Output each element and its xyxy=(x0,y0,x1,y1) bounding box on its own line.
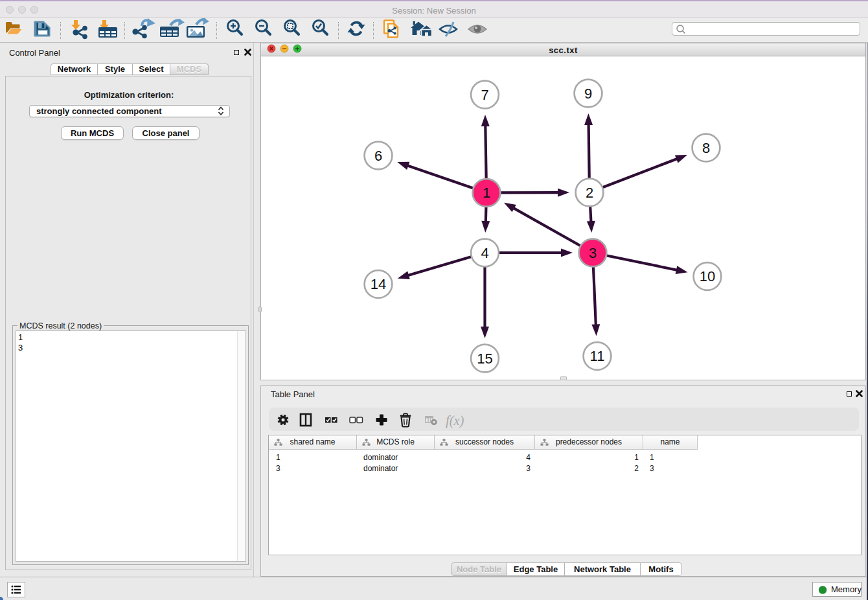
svg-text:3: 3 xyxy=(589,245,597,261)
svg-text:4: 4 xyxy=(481,245,488,261)
svg-text:10: 10 xyxy=(700,268,715,284)
svg-text:14: 14 xyxy=(371,276,386,292)
svg-text:7: 7 xyxy=(481,87,488,103)
svg-text:f(x): f(x) xyxy=(446,413,464,428)
svg-text:1: 1 xyxy=(483,185,490,201)
svg-text:2: 2 xyxy=(586,185,593,201)
svg-text:11: 11 xyxy=(590,348,605,364)
svg-text:15: 15 xyxy=(477,351,492,367)
svg-text:6: 6 xyxy=(374,148,382,164)
svg-text:9: 9 xyxy=(584,86,592,102)
svg-text:8: 8 xyxy=(702,140,710,156)
